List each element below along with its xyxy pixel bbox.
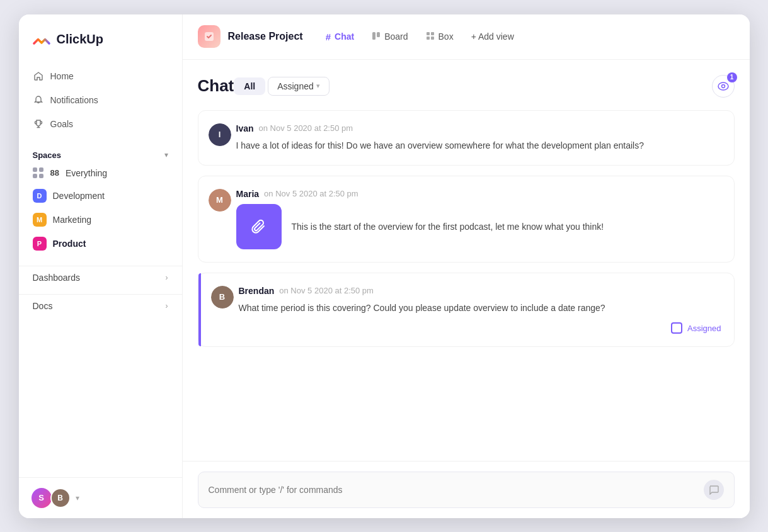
- message-author: Ivan: [236, 123, 254, 133]
- add-view-button[interactable]: + Add view: [464, 28, 522, 45]
- assigned-filter-label: Assigned: [277, 81, 314, 91]
- filter-assigned-dropdown[interactable]: Assigned ▾: [268, 77, 330, 96]
- marketing-label: Marketing: [53, 215, 91, 225]
- board-icon: [372, 31, 381, 42]
- chat-bubble-icon: [709, 485, 719, 495]
- message-card: I Ivan on Nov 5 2020 at 2:50 pm I have a…: [198, 110, 735, 166]
- comment-input-wrapper: [198, 472, 735, 508]
- filter-all-button[interactable]: All: [234, 77, 265, 95]
- add-view-label: + Add view: [471, 31, 514, 42]
- sidebar-item-development[interactable]: D Development: [26, 184, 175, 208]
- chat-area: Chat All Assigned ▾ 1: [183, 60, 750, 461]
- notifications-label: Notifications: [50, 95, 98, 105]
- chevron-right-icon: ›: [166, 302, 168, 310]
- chat-header: Chat All Assigned ▾ 1: [198, 75, 735, 98]
- assigned-label: Assigned: [687, 324, 721, 333]
- everything-label: Everything: [66, 168, 107, 178]
- home-label: Home: [50, 71, 74, 81]
- home-icon: [33, 71, 44, 82]
- svg-rect-7: [427, 37, 430, 40]
- box-icon: [426, 31, 435, 42]
- tab-chat[interactable]: # Chat: [318, 28, 362, 46]
- eye-icon: [718, 82, 729, 91]
- chevron-down-icon: ▾: [316, 82, 320, 90]
- avatar-brendan: B: [211, 286, 234, 308]
- sidebar-item-product[interactable]: P Product: [26, 232, 175, 256]
- avatar-s: S: [32, 488, 52, 508]
- comment-input-area: [183, 461, 750, 518]
- message-author: Maria: [236, 189, 260, 199]
- docs-label: Docs: [33, 301, 53, 311]
- clickup-logo-icon: [32, 30, 52, 50]
- development-badge: D: [33, 189, 47, 203]
- chevron-right-icon: ›: [166, 273, 168, 282]
- product-label: Product: [53, 239, 86, 249]
- svg-rect-3: [372, 32, 375, 40]
- hash-icon: #: [326, 31, 331, 42]
- spaces-title: Spaces: [33, 150, 62, 160]
- message-meta: Ivan on Nov 5 2020 at 2:50 pm: [236, 123, 721, 133]
- trophy-icon: [33, 118, 44, 130]
- spaces-section: Spaces ▾ 88 Everything: [19, 138, 182, 261]
- tab-board[interactable]: Board: [364, 28, 415, 46]
- logo-area: ClickUp: [19, 14, 182, 62]
- goals-label: Goals: [50, 119, 74, 129]
- svg-point-10: [721, 84, 725, 88]
- svg-rect-6: [431, 32, 434, 35]
- sidebar: ClickUp Home Notifications: [19, 14, 183, 518]
- message-meta: Maria on Nov 5 2020 at 2:50 pm: [236, 189, 721, 199]
- paperclip-icon: [250, 218, 268, 235]
- sidebar-item-dashboards[interactable]: Dashboards ›: [19, 266, 182, 289]
- sidebar-item-docs[interactable]: Docs ›: [19, 294, 182, 317]
- sidebar-item-home[interactable]: Home: [26, 65, 175, 88]
- chat-tab-label: Chat: [335, 31, 354, 42]
- topbar: Release Project # Chat Board: [183, 14, 750, 60]
- project-icon: [198, 25, 221, 48]
- sidebar-item-everything[interactable]: 88 Everything: [26, 162, 175, 184]
- message-text: This is the start of the overview for th…: [292, 220, 604, 234]
- main-nav: Home Notifications Goals: [19, 62, 182, 138]
- sidebar-item-notifications[interactable]: Notifications: [26, 89, 175, 111]
- message-text: I have a lot of ideas for this! Do we ha…: [236, 139, 721, 152]
- attachment-icon[interactable]: [236, 204, 282, 249]
- assigned-indicator: Assigned: [239, 322, 721, 334]
- user-dropdown-icon[interactable]: ▾: [76, 494, 79, 502]
- avatar-b: B: [50, 488, 71, 508]
- message-time: on Nov 5 2020 at 2:50 pm: [279, 286, 374, 295]
- everything-count: 88: [50, 168, 59, 178]
- watch-icon-container: 1: [712, 75, 735, 98]
- everything-icon: [33, 167, 44, 179]
- send-button[interactable]: [704, 480, 724, 500]
- tab-box[interactable]: Box: [418, 28, 461, 46]
- message-text: What time period is this covering? Could…: [239, 301, 721, 315]
- project-title: Release Project: [228, 31, 303, 42]
- comment-input[interactable]: [209, 485, 704, 495]
- sidebar-item-goals[interactable]: Goals: [26, 113, 175, 135]
- message-card: B Brendan on Nov 5 2020 at 2:50 pm What …: [198, 273, 735, 347]
- view-tabs: # Chat Board Box: [318, 28, 522, 46]
- assigned-checkbox[interactable]: [671, 322, 682, 334]
- chat-filters: All Assigned ▾: [234, 77, 329, 96]
- spaces-header[interactable]: Spaces ▾: [26, 148, 175, 162]
- svg-rect-5: [427, 32, 430, 35]
- development-label: Development: [53, 191, 105, 201]
- app-container: ClickUp Home Notifications: [19, 14, 750, 518]
- message-left-accent: [198, 273, 201, 346]
- sidebar-item-marketing[interactable]: M Marketing: [26, 208, 175, 232]
- message-time: on Nov 5 2020 at 2:50 pm: [264, 189, 358, 198]
- messages-container: I Ivan on Nov 5 2020 at 2:50 pm I have a…: [198, 110, 735, 461]
- product-badge: P: [33, 237, 47, 251]
- svg-rect-4: [377, 32, 380, 37]
- watch-badge: 1: [727, 72, 737, 82]
- svg-point-9: [718, 82, 728, 90]
- message-meta: Brendan on Nov 5 2020 at 2:50 pm: [239, 286, 721, 296]
- logo-text: ClickUp: [57, 32, 103, 47]
- main-content: Release Project # Chat Board: [183, 14, 750, 518]
- board-tab-label: Board: [384, 31, 408, 42]
- chat-title: Chat: [198, 76, 234, 96]
- user-area: S B ▾: [19, 477, 182, 518]
- attachment-preview: This is the start of the overview for th…: [236, 204, 721, 249]
- svg-rect-8: [431, 37, 434, 40]
- bell-icon: [33, 94, 44, 106]
- message-author: Brendan: [239, 286, 275, 296]
